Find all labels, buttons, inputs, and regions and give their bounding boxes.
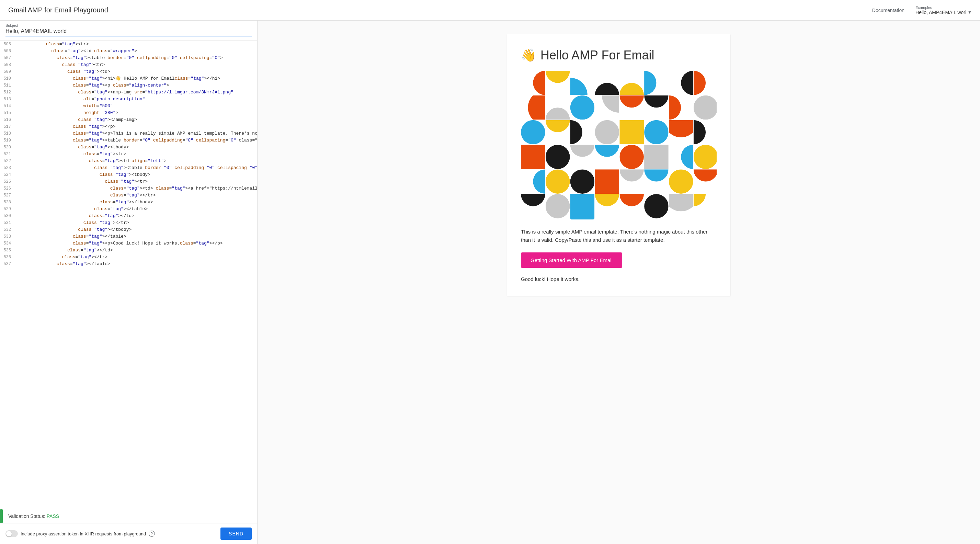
line-number: 505: [0, 41, 14, 48]
proxy-token-label: Include proxy assertion token in XHR req…: [21, 531, 146, 536]
line-number: 515: [0, 110, 14, 116]
bottom-bar: Include proxy assertion token in XHR req…: [0, 523, 257, 544]
line-number: 511: [0, 82, 14, 89]
line-content: class="tag"><tr>: [14, 41, 257, 48]
line-content: class="tag"><td>: [14, 68, 257, 75]
code-line: 523 class="tag"><table border="0" cellpa…: [0, 164, 257, 171]
line-number: 514: [0, 103, 14, 110]
line-number: 510: [0, 75, 14, 82]
line-number: 527: [0, 192, 14, 199]
line-content: width="500": [14, 103, 257, 110]
svg-point-89: [619, 182, 644, 207]
code-line: 509 class="tag"><td>: [0, 68, 257, 75]
line-number: 530: [0, 213, 14, 220]
geometric-image: [521, 71, 717, 220]
line-content: class="tag"></td>: [14, 213, 257, 220]
line-content: class="tag"><amp-img src="https://i.imgu…: [14, 89, 257, 96]
line-number: 521: [0, 151, 14, 157]
code-line: 533 class="tag"></table>: [0, 233, 257, 240]
line-content: class="tag"><tbody>: [14, 171, 257, 178]
line-number: 509: [0, 68, 14, 75]
svg-point-39: [595, 120, 619, 145]
code-editor[interactable]: 505 class="tag"><tr>506 class="tag"><td …: [0, 41, 257, 509]
svg-point-71: [590, 164, 624, 199]
line-number: 531: [0, 220, 14, 226]
validation-bar: Validation Status: PASS: [0, 509, 257, 523]
code-line: 519 class="tag"><table border="0" cellpa…: [0, 137, 257, 144]
line-content: class="tag"><tr>: [14, 151, 257, 157]
cta-button[interactable]: Getting Started With AMP For Email: [521, 253, 622, 268]
header-right: Documentation Examples Hello, AMP4EMAIL …: [872, 5, 972, 15]
line-number: 528: [0, 199, 14, 206]
chevron-down-icon: ▼: [968, 10, 972, 15]
subject-bar: Subject Hello, AMP4EMAIL world: [0, 21, 257, 41]
line-number: 536: [0, 254, 14, 261]
help-icon[interactable]: ?: [149, 531, 155, 537]
line-content: class="tag"></table>: [14, 206, 257, 213]
svg-point-43: [644, 120, 668, 145]
code-line: 510 class="tag"><h1>👋 Hello AMP for Emai…: [0, 75, 257, 82]
line-number: 524: [0, 171, 14, 178]
line-number: 526: [0, 185, 14, 192]
line-content: class="tag"><p class="align-center">: [14, 82, 257, 89]
code-line: 513 alt="photo description": [0, 96, 257, 103]
subject-label: Subject: [5, 23, 252, 27]
line-number: 513: [0, 96, 14, 103]
line-content: class="tag"></table>: [14, 261, 257, 267]
line-content: class="tag"><td align="left">: [14, 157, 257, 164]
svg-point-59: [639, 140, 673, 174]
line-number: 516: [0, 116, 14, 123]
code-line: 532 class="tag"></tbody>: [0, 226, 257, 233]
svg-point-41: [614, 115, 649, 150]
header: Gmail AMP for Email Playground Documenta…: [0, 0, 980, 21]
code-line: 520 class="tag"><tbody>: [0, 144, 257, 151]
code-line: 518 class="tag"><p>This is a really simp…: [0, 130, 257, 137]
line-content: class="tag"></tbody>: [14, 226, 257, 233]
line-content: class="tag"></amp-img>: [14, 116, 257, 123]
code-line: 530 class="tag"></td>: [0, 213, 257, 220]
svg-point-57: [619, 145, 644, 169]
documentation-link[interactable]: Documentation: [872, 8, 904, 13]
subject-value[interactable]: Hello, AMP4EMAIL world: [5, 28, 252, 37]
code-line: 516 class="tag"></amp-img>: [0, 116, 257, 123]
line-content: class="tag"><tr>: [14, 62, 257, 68]
validation-status: PASS: [47, 514, 59, 519]
code-line: 505 class="tag"><tr>: [0, 41, 257, 48]
code-line: 534 class="tag"><p>Good luck! Hope it wo…: [0, 240, 257, 247]
email-title: 👋 Hello AMP For Email: [521, 48, 717, 62]
code-line: 515 height="380">: [0, 110, 257, 116]
line-content: class="tag"><td> class="tag"><a href="ht…: [14, 185, 257, 192]
code-line: 514 width="500": [0, 103, 257, 110]
line-number: 519: [0, 137, 14, 144]
send-button[interactable]: SEND: [220, 528, 252, 540]
validation-label: Validation Status:: [8, 514, 47, 519]
line-content: class="tag"></tr>: [14, 192, 257, 199]
code-line: 512 class="tag"><amp-img src="https://i.…: [0, 89, 257, 96]
code-line: 526 class="tag"><td> class="tag"><a href…: [0, 185, 257, 192]
toggle-knob: [6, 531, 12, 536]
proxy-token-toggle[interactable]: [5, 530, 18, 537]
examples-select[interactable]: Hello, AMP4EMAIL worl ▼: [915, 10, 972, 15]
code-line: 529 class="tag"></table>: [0, 206, 257, 213]
line-content: class="tag"><tr>: [14, 178, 257, 185]
code-line: 537 class="tag"></table>: [0, 261, 257, 267]
email-description: This is a really simple AMP email templa…: [521, 228, 717, 244]
validation-indicator: [0, 509, 3, 523]
line-number: 532: [0, 226, 14, 233]
line-number: 508: [0, 62, 14, 68]
line-content: alt="photo description": [14, 96, 257, 103]
line-number: 518: [0, 130, 14, 137]
email-footer: Good luck! Hope it works.: [521, 276, 717, 282]
line-content: class="tag"></tbody>: [14, 199, 257, 206]
line-content: height="380">: [14, 110, 257, 116]
svg-point-31: [694, 95, 717, 120]
svg-point-33: [521, 120, 545, 145]
code-line: 517 class="tag"></p>: [0, 123, 257, 130]
svg-point-69: [570, 169, 595, 194]
svg-point-21: [570, 95, 595, 120]
wave-emoji: 👋: [521, 48, 536, 62]
line-content: class="tag"><table border="0" cellpaddin…: [14, 164, 257, 171]
line-number: 522: [0, 157, 14, 164]
bottom-left: Include proxy assertion token in XHR req…: [5, 530, 155, 537]
code-line: 535 class="tag"></td>: [0, 247, 257, 254]
